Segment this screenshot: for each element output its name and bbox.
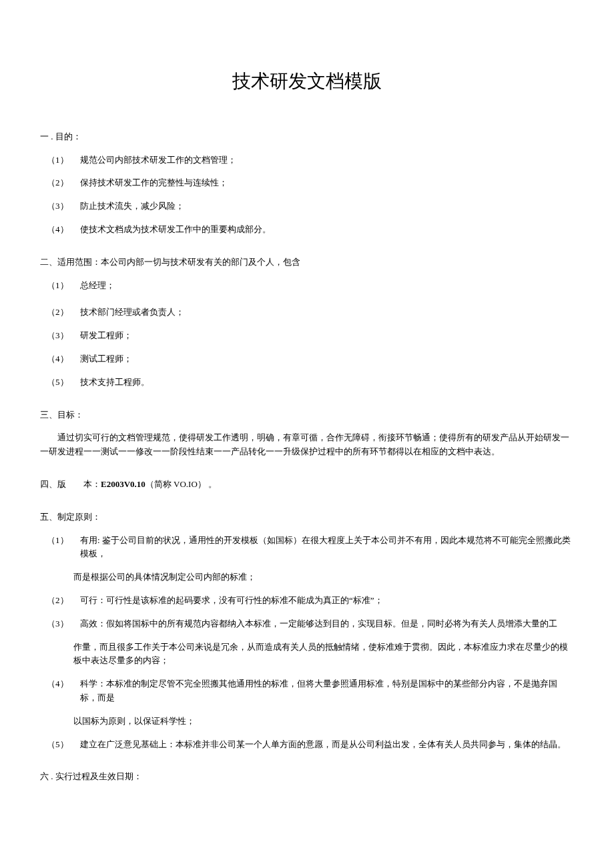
list-item: （3） 研发工程师； xyxy=(40,329,574,343)
item-number: （5） xyxy=(47,376,80,390)
document-title: 技术研发文档模版 xyxy=(40,67,574,97)
item-text: 有用: 鉴于公司目前的状况，通用性的开发模板（如国标）在很大程度上关于本公司并不… xyxy=(80,534,574,562)
item-text: 高效：假如将国标中的所有规范内容都纳入本标准，一定能够达到目的，实现目标。但是，… xyxy=(80,617,574,631)
item-text: 可行：可行性是该标准的起码要求，没有可行性的标准不能成为真正的“标准”； xyxy=(80,594,574,608)
item-number: （2） xyxy=(47,176,80,190)
item-number: （4） xyxy=(47,352,80,366)
item-text: 建立在广泛意见基础上：本标准并非公司某一个人单方面的意愿，而是从公司利益出发，全… xyxy=(80,738,574,752)
section-4-suffix: （简称 VO.IO） 。 xyxy=(145,479,217,489)
item-text: 研发工程师； xyxy=(80,329,574,343)
item-number: （2） xyxy=(47,306,80,320)
item-text: 科学：本标准的制定尽管不完全照搬其他通用性的标准，但将大量参照通用标准，特别是国… xyxy=(80,677,574,705)
nested-text: 以国标为原则，以保证科学性； xyxy=(40,715,574,729)
item-number: （3） xyxy=(47,617,80,631)
list-item: （3） 高效：假如将国标中的所有规范内容都纳入本标准，一定能够达到目的，实现目标… xyxy=(40,617,574,631)
item-text: 规范公司内部技术研发工作的文档管理； xyxy=(80,153,574,167)
nested-text: 作量，而且很多工作关于本公司来说是冗余，从而造成有关人员的抵触情绪，使标准难于贯… xyxy=(40,640,574,669)
item-number: （1） xyxy=(47,534,80,562)
item-text: 技术支持工程师。 xyxy=(80,376,574,390)
item-number: （4） xyxy=(47,677,80,705)
list-item: （5） 技术支持工程师。 xyxy=(40,376,574,390)
section-5-heading: 五、制定原则： xyxy=(40,510,574,524)
item-text: 总经理； xyxy=(80,279,574,293)
section-4-line: 四、版 本：E2003V0.10（简称 VO.IO） 。 xyxy=(40,478,574,492)
item-text: 保持技术研发工作的完整性与连续性； xyxy=(80,176,574,190)
list-item: （3） 防止技术流失，减少风险； xyxy=(40,199,574,213)
list-item: （4） 测试工程师； xyxy=(40,352,574,366)
item-number: （3） xyxy=(47,199,80,213)
item-text: 测试工程师； xyxy=(80,352,574,366)
item-number: （3） xyxy=(47,329,80,343)
list-item: （2） 技术部门经理或者负责人； xyxy=(40,306,574,320)
item-number: （4） xyxy=(47,223,80,237)
section-4-prefix: 四、版 本： xyxy=(40,479,101,489)
list-item: （1） 规范公司内部技术研发工作的文档管理； xyxy=(40,153,574,167)
section-1-heading: 一 . 目的： xyxy=(40,130,574,144)
item-number: （5） xyxy=(47,738,80,752)
version-number: E2003V0.10 xyxy=(101,479,145,489)
item-number: （1） xyxy=(47,153,80,167)
list-item: （4） 科学：本标准的制定尽管不完全照搬其他通用性的标准，但将大量参照通用标准，… xyxy=(40,677,574,705)
list-item: （4） 使技术文档成为技术研发工作中的重要构成部分。 xyxy=(40,223,574,237)
item-text: 使技术文档成为技术研发工作中的重要构成部分。 xyxy=(80,223,574,237)
list-item: （1） 有用: 鉴于公司目前的状况，通用性的开发模板（如国标）在很大程度上关于本… xyxy=(40,534,574,562)
list-item: （2） 保持技术研发工作的完整性与连续性； xyxy=(40,176,574,190)
section-3-body: 通过切实可行的文档管理规范，使得研发工作透明，明确，有章可循，合作无障碍，衔接环… xyxy=(40,431,574,459)
item-number: （1） xyxy=(47,279,80,293)
section-6-heading: 六 . 实行过程及生效日期： xyxy=(40,770,574,784)
item-text: 防止技术流失，减少风险； xyxy=(80,199,574,213)
nested-text: 而是根据公司的具体情况制定公司内部的标准； xyxy=(40,570,574,584)
item-text: 技术部门经理或者负责人； xyxy=(80,306,574,320)
section-2-heading: 二、适用范围：本公司内部一切与技术研发有关的部门及个人，包含 xyxy=(40,256,574,270)
list-item: （2） 可行：可行性是该标准的起码要求，没有可行性的标准不能成为真正的“标准”； xyxy=(40,594,574,608)
section-3-heading: 三、目标： xyxy=(40,408,574,422)
item-number: （2） xyxy=(47,594,80,608)
list-item: （1） 总经理； xyxy=(40,279,574,293)
list-item: （5） 建立在广泛意见基础上：本标准并非公司某一个人单方面的意愿，而是从公司利益… xyxy=(40,738,574,752)
